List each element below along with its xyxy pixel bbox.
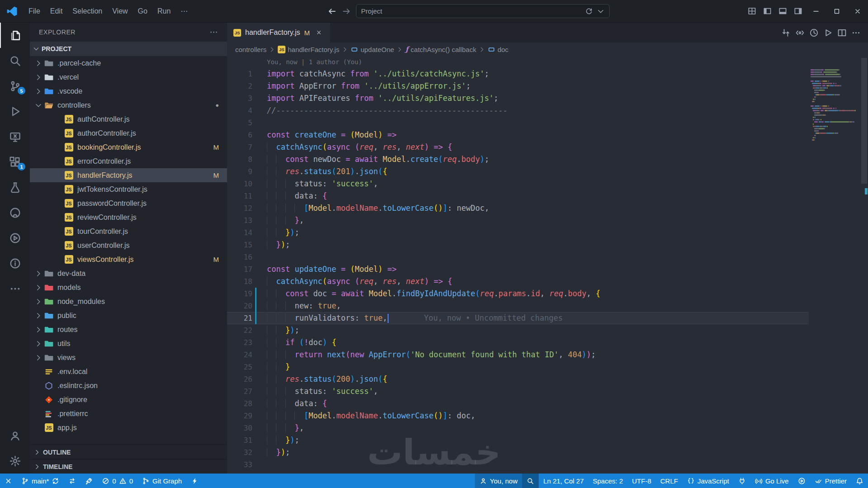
code-line-20[interactable]: 20 new: true,: [227, 300, 809, 312]
breadcrumb-handlerfactory-js[interactable]: JShandlerFactory.js: [278, 46, 339, 53]
status-cursor-position[interactable]: Ln 21, Col 27: [539, 474, 588, 488]
code-line-7[interactable]: 7 catchAsync(async (req, res, next) => {: [227, 141, 809, 153]
tree-item-views[interactable]: views: [30, 351, 227, 365]
tree-item-authorcontroller-js[interactable]: JSauthorController.js: [30, 126, 227, 140]
status-blame-author[interactable]: You, now: [475, 474, 522, 488]
tree-item-node-modules[interactable]: node_modules: [30, 294, 227, 308]
nav-forward-icon[interactable]: [342, 6, 351, 16]
code-line-22[interactable]: 22 });: [227, 324, 809, 336]
activity-support[interactable]: [0, 251, 30, 276]
tree-item-jwttokenscontroller-js[interactable]: JSjwtTokensController.js: [30, 182, 227, 196]
menu-edit[interactable]: Edit: [45, 0, 68, 23]
tree-item-eslintrc-json[interactable]: .eslintrc.json: [30, 379, 227, 393]
refresh-icon[interactable]: [585, 7, 593, 15]
tree-item-passwordcontroller-js[interactable]: JSpasswordController.js: [30, 196, 227, 210]
activity-accounts[interactable]: [0, 423, 30, 448]
tree-item-dev-data[interactable]: dev-data: [30, 266, 227, 280]
menu-more[interactable]: ⋯: [175, 0, 193, 23]
code-line-28[interactable]: 28 data: {: [227, 398, 809, 410]
breadcrumb-updateone[interactable]: updateOne: [351, 46, 394, 53]
tree-item-viewscontroller-js[interactable]: JSviewsController.jsM: [30, 252, 227, 266]
file-history-icon[interactable]: [809, 28, 819, 38]
tree-item-tourcontroller-js[interactable]: JStourController.js: [30, 224, 227, 238]
code-line-16[interactable]: 16: [227, 251, 809, 263]
tree-item-gitignore[interactable]: .gitignore: [30, 393, 227, 407]
tree-item-usercontroller-js[interactable]: JSuserController.js: [30, 238, 227, 252]
activity-more[interactable]: [0, 276, 30, 301]
menu-file[interactable]: File: [24, 0, 45, 23]
code-line-32[interactable]: 32 });: [227, 446, 809, 459]
tab-close-icon[interactable]: ×: [314, 28, 324, 38]
activity-remote-explorer[interactable]: [0, 124, 30, 149]
code-line-10[interactable]: 10 status: 'success',: [227, 178, 809, 190]
tree-item-app-js[interactable]: JSapp.js: [30, 421, 227, 435]
tree-item-bookingcontroller-js[interactable]: JSbookingController.jsM: [30, 140, 227, 154]
status-deploy[interactable]: [81, 474, 97, 488]
toggle-primary-sidebar-icon[interactable]: [759, 0, 775, 23]
menu-selection[interactable]: Selection: [67, 0, 107, 23]
split-editor-icon[interactable]: [837, 28, 847, 38]
breadcrumb-controllers[interactable]: controllers: [235, 46, 266, 53]
run-code-icon[interactable]: [823, 28, 833, 38]
status-console-ninja[interactable]: [793, 474, 810, 488]
chevron-down-icon[interactable]: [597, 7, 605, 15]
code-line-21[interactable]: 21 runValidators: true,You, now • Uncomm…: [227, 312, 809, 324]
tree-item-vscode[interactable]: .vscode: [30, 84, 227, 98]
code-line-6[interactable]: 6const createOne = (Model) =>: [227, 129, 809, 141]
activity-run-debug[interactable]: [0, 99, 30, 124]
code-line-8[interactable]: 8 const newDoc = await Model.create(req.…: [227, 153, 809, 166]
status-encoding[interactable]: UTF-8: [627, 474, 656, 488]
tree-item-reviewcontroller-js[interactable]: JSreviewController.js: [30, 210, 227, 224]
toggle-panel-icon[interactable]: [775, 0, 790, 23]
activity-source-control[interactable]: 5: [0, 73, 30, 99]
status-branch[interactable]: main*: [17, 474, 64, 488]
activity-github[interactable]: [0, 200, 30, 225]
status-indentation[interactable]: Spaces: 2: [588, 474, 628, 488]
code-line-24[interactable]: 24 return next(new AppError('No document…: [227, 349, 809, 361]
status-language[interactable]: JavaScript: [683, 474, 734, 488]
code-line-15[interactable]: 15 });: [227, 239, 809, 251]
git-lens-authors[interactable]: You, now | 1 author (You): [227, 56, 809, 68]
tree-item-public[interactable]: public: [30, 308, 227, 322]
activity-settings[interactable]: [0, 448, 30, 474]
code-line-18[interactable]: 18 catchAsync(async (req, res, next) => …: [227, 275, 809, 288]
code-line-3[interactable]: 3import APIFeatures from '../utils/apiFe…: [227, 92, 809, 104]
open-changes-icon[interactable]: [781, 28, 791, 38]
code-line-13[interactable]: 13 },: [227, 214, 809, 227]
timeline-section[interactable]: TIMELINE: [30, 459, 227, 474]
status-remote[interactable]: [0, 474, 17, 488]
tree-item-parcel-cache[interactable]: .parcel-cache: [30, 56, 227, 70]
code-line-14[interactable]: 14 });: [227, 227, 809, 239]
menu-go[interactable]: Go: [133, 0, 152, 23]
minimap[interactable]: [811, 56, 860, 474]
code-line-2[interactable]: 2import AppError from '../utils/appError…: [227, 80, 809, 92]
status-ports[interactable]: [734, 474, 750, 488]
tree-item-models[interactable]: models: [30, 280, 227, 294]
window-maximize-button[interactable]: [826, 0, 847, 23]
more-actions-icon[interactable]: [851, 28, 861, 38]
code-line-9[interactable]: 9 res.status(201).json({: [227, 166, 809, 178]
window-close-button[interactable]: [847, 0, 868, 23]
status-compare[interactable]: [64, 474, 81, 488]
tree-item-utils[interactable]: utils: [30, 336, 227, 351]
activity-explorer[interactable]: [0, 23, 30, 48]
code-line-25[interactable]: 25 }: [227, 361, 809, 373]
code-line-5[interactable]: 5: [227, 117, 809, 129]
code-line-19[interactable]: 19 const doc = await Model.findByIdAndUp…: [227, 288, 809, 300]
code-line-11[interactable]: 11 data: {: [227, 190, 809, 202]
command-center-search[interactable]: Project: [356, 4, 610, 18]
code-line-12[interactable]: 12 [Model.modelName.toLowerCase()]: newD…: [227, 202, 809, 214]
toggle-blame-icon[interactable]: [795, 28, 805, 38]
code-line-27[interactable]: 27 status: 'success',: [227, 385, 809, 398]
tree-item-vercel[interactable]: .vercel: [30, 70, 227, 84]
code-line-31[interactable]: 31 });: [227, 434, 809, 446]
tree-item-env-local[interactable]: .env.local: [30, 365, 227, 379]
toggle-secondary-sidebar-icon[interactable]: [790, 0, 806, 23]
activity-gitlens[interactable]: [0, 225, 30, 251]
code-line-29[interactable]: 29 [Model.modelName.toLowerCase()]: doc,: [227, 410, 809, 422]
scrollbar-thumb[interactable]: [861, 58, 867, 184]
breadcrumb-catchasync-callback[interactable]: ƒcatchAsync() callback: [405, 45, 476, 53]
code-line-30[interactable]: 30 },: [227, 422, 809, 434]
activity-extensions[interactable]: 1: [0, 149, 30, 175]
code-line-26[interactable]: 26 res.status(200).json({: [227, 373, 809, 385]
